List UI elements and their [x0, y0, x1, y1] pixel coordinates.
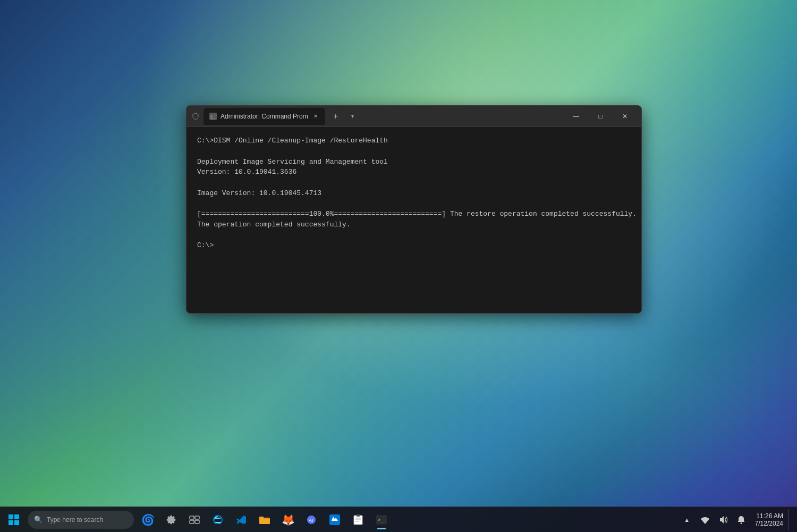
tab-label: Administrator: Command Prom — [221, 113, 308, 120]
taskbar-icon-copilot[interactable]: AI — [301, 509, 322, 530]
clock-time: 11:26 AM — [756, 512, 783, 520]
tab-close-button[interactable]: ✕ — [311, 112, 320, 121]
taskbar-icon-vscode[interactable] — [231, 509, 252, 530]
new-tab-button[interactable]: + — [328, 109, 343, 124]
taskbar-icon-explorer[interactable] — [254, 509, 275, 530]
tab-dropdown-button[interactable]: ▾ — [346, 110, 359, 123]
terminal-line: Version: 10.0.19041.3636 — [197, 167, 631, 178]
svg-text:>_: >_ — [378, 517, 384, 522]
terminal-line: Image Version: 10.0.19045.4713 — [197, 188, 631, 199]
search-placeholder: Type here to search — [47, 516, 103, 523]
taskbar-icon-settings[interactable] — [160, 509, 182, 530]
show-desktop-button[interactable] — [788, 509, 793, 530]
terminal-line: Deployment Image Servicing and Managemen… — [197, 157, 631, 167]
search-icon: 🔍 — [34, 516, 43, 523]
svg-rect-5 — [195, 520, 199, 523]
terminal-line: The operation completed successfully. — [197, 219, 631, 230]
terminal-prompt: C:\> — [197, 240, 631, 251]
svg-rect-4 — [190, 520, 194, 523]
svg-rect-3 — [195, 516, 199, 519]
windows-logo-icon — [9, 514, 19, 525]
terminal-line: C:\>DISM /Online /Cleanup-Image /Restore… — [197, 136, 631, 146]
terminal-line: [==========================100.0%=======… — [197, 209, 631, 219]
start-button[interactable] — [3, 509, 24, 530]
taskbar: 🔍 Type here to search 🌀 — [0, 506, 797, 532]
minimize-button[interactable]: — — [564, 106, 588, 127]
taskbar-icon-firefox[interactable]: 🦊 — [277, 509, 299, 530]
taskbar-icon-widgets[interactable]: 🌀 — [137, 509, 158, 530]
terminal-window: C:\ Administrator: Command Prom ✕ + ▾ — … — [186, 105, 642, 314]
clock-display[interactable]: 11:26 AM 7/12/2024 — [751, 509, 787, 530]
titlebar-left: C:\ Administrator: Command Prom ✕ + ▾ — [191, 108, 564, 125]
terminal-titlebar: C:\ Administrator: Command Prom ✕ + ▾ — … — [186, 106, 641, 127]
network-icon[interactable] — [697, 509, 714, 530]
svg-point-18 — [740, 522, 742, 524]
terminal-line — [197, 230, 631, 240]
taskbar-icon-taskview[interactable] — [184, 509, 205, 530]
taskbar-icon-edge[interactable] — [207, 509, 228, 530]
terminal-line — [197, 198, 631, 209]
tray-chevron-button[interactable]: ▲ — [679, 509, 696, 530]
terminal-tab[interactable]: C:\ Administrator: Command Prom ✕ — [204, 108, 325, 125]
uac-shield-icon — [191, 112, 200, 121]
svg-text:C:\: C:\ — [210, 114, 217, 120]
taskbar-search[interactable]: 🔍 Type here to search — [28, 511, 134, 529]
clock-date: 7/12/2024 — [755, 520, 783, 527]
terminal-content[interactable]: C:\>DISM /Online /Cleanup-Image /Restore… — [186, 127, 641, 313]
svg-rect-7 — [259, 517, 264, 519]
close-button[interactable]: ✕ — [613, 106, 637, 127]
cmd-icon: C:\ — [209, 112, 217, 121]
svg-rect-2 — [190, 516, 194, 519]
notifications-icon[interactable] — [733, 509, 750, 530]
svg-text:AI: AI — [309, 518, 313, 523]
volume-icon[interactable] — [715, 509, 732, 530]
taskbar-icon-store[interactable] — [324, 509, 345, 530]
terminal-line — [197, 178, 631, 188]
taskbar-icon-terminal[interactable]: >_ — [371, 509, 392, 530]
taskbar-icon-notepad[interactable] — [347, 509, 369, 530]
window-controls: — □ ✕ — [564, 106, 637, 127]
taskbar-system-tray: ▲ 11:26 AM 7/12/2024 — [679, 509, 795, 530]
terminal-line — [197, 146, 631, 157]
maximize-button[interactable]: □ — [588, 106, 613, 127]
svg-rect-15 — [357, 514, 360, 517]
